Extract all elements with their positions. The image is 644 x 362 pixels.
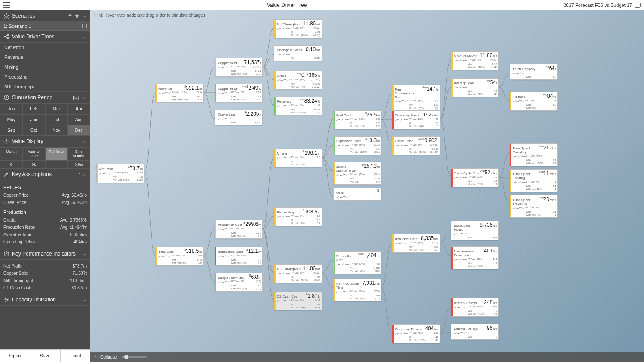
tree-node[interactable]: Internal Delays248hrsFY Var: >50%105Mth4…: [451, 298, 499, 317]
chevron-up-icon: ︿: [83, 34, 87, 40]
tree-node[interactable]: Time Spent LoadingAvg11minsFY Var: 7%1Mt…: [510, 169, 558, 192]
tree-node[interactable]: Net Profit$73.7mFY Var: (9%)(7.5)Mth7.8M…: [96, 164, 144, 183]
month-cell[interactable]: Dec: [68, 125, 91, 136]
star-fill-icon[interactable]: [74, 13, 79, 18]
tree-node[interactable]: External Delays96hrs Mth0: [451, 324, 499, 340]
month-cell[interactable]: Jun: [23, 114, 46, 125]
vdt-item[interactable]: Revenue: [0, 52, 90, 62]
bottombar: Collapse: [90, 352, 644, 362]
display-option[interactable]: Sim. Months: [68, 147, 91, 160]
tree-node[interactable]: Production RateAvgt1,494hrFY Var: (1%)(6…: [333, 251, 381, 274]
tree-node[interactable]: Operating Delays404hrsFY Var: 45%126Mth4…: [392, 324, 440, 343]
display-option[interactable]: Full Year: [45, 147, 68, 160]
tree-node[interactable]: Fill factorAvg84%FY Var: 82Mth82Mth Var:…: [510, 92, 558, 111]
collapse-button[interactable]: Collapse: [94, 355, 117, 359]
kv-row: Available Time:8,335hrs: [3, 231, 87, 238]
month-cell[interactable]: Oct: [23, 125, 46, 136]
display-value: 0: [0, 160, 23, 169]
tree-node[interactable]: Average loadAvg54t Mth53Mth Var: (2%)(1): [451, 78, 499, 97]
tree-node[interactable]: Mobile Maintenance$157.3mFY Var: (3%)(5.…: [333, 162, 381, 185]
tree-node[interactable]: Fuel Cost$25.5mFY Var: 13%3.8Mth2.2Mth V…: [333, 110, 381, 129]
tree-node[interactable]: Mill Throughput11.86m tFY Var: (3%)(0.32…: [274, 19, 322, 38]
month-cell[interactable]: Apr: [68, 103, 91, 114]
tree-node[interactable]: Diesel PriceAvg$0.902lFY Var: (5%)(0.048…: [392, 136, 440, 155]
assumptions-header[interactable]: Key Assumptions ︿: [0, 169, 90, 180]
canvas[interactable]: Hint: Hover over node and drag slider to…: [90, 10, 644, 362]
month-cell[interactable]: May: [0, 114, 23, 125]
tree-node[interactable]: Maintenance Downtime401hrsFY Var: 38%111…: [451, 246, 499, 269]
svg-marker-0: [4, 13, 9, 18]
svg-point-16: [7, 299, 8, 300]
kv-row: Production Rate:Avg. t1,494/hr: [3, 224, 87, 231]
share-icon: [3, 33, 9, 40]
month-cell[interactable]: Aug: [68, 114, 91, 125]
vdt-item[interactable]: Mill Throughput: [0, 82, 90, 92]
tree-node[interactable]: Realisation Cost$12.1mFY Var: 12%1.3Mth1…: [215, 247, 263, 266]
kv-row: Diesel Price:Avg. $0.902/l: [3, 199, 87, 206]
svg-point-3: [4, 36, 5, 37]
vdt-item[interactable]: Net Profit: [0, 43, 90, 52]
tree-node[interactable]: Material Moved11.86m tFY Var: (3%)(0.32)…: [451, 51, 499, 70]
comment-icon[interactable]: [635, 3, 641, 8]
month-cell[interactable]: Sep: [0, 125, 23, 136]
display-option[interactable]: Month: [0, 147, 23, 160]
scenario-item[interactable]: 1: Scenario 1: [0, 22, 90, 31]
save-button[interactable]: Save: [30, 349, 60, 362]
month-cell[interactable]: Nov: [45, 125, 68, 136]
vdt-item[interactable]: Mining: [0, 62, 90, 72]
zoom-slider[interactable]: [122, 356, 147, 358]
svg-point-5: [7, 37, 8, 38]
tree-node[interactable]: Fuel Consumption RateAvg147ltrFY Var: (3…: [392, 85, 440, 111]
month-cell[interactable]: Jul: [45, 114, 68, 125]
tree-node[interactable]: RecoveryAvg83.24%FY Var: 1%1.12Mth80.75M…: [274, 97, 322, 116]
scenarios-header[interactable]: Scenarios ︿: [0, 10, 90, 22]
month-cell[interactable]: Mar: [45, 103, 68, 114]
svg-line-11: [6, 253, 8, 254]
svg-line-7: [6, 37, 8, 38]
tree-node[interactable]: Net Production Time7,931hrsFY Var: (3%)(…: [333, 279, 381, 301]
vdt-item[interactable]: Processing: [0, 72, 90, 82]
menu-icon[interactable]: [3, 2, 10, 8]
tree-node[interactable]: Available Time8,335hrsFY Var: (7%)(111)M…: [392, 234, 440, 253]
tree-node[interactable]: Change in Stock0.10m t Mth(0.02): [274, 45, 322, 61]
tree-node[interactable]: Mining$196.1mFY Var: 1%1.8Mth18.8Mth Var…: [274, 149, 322, 167]
edit-icon[interactable]: [76, 172, 81, 177]
tree-node[interactable]: Revenue$392.1mFY Var: (1%)(3.5)Mth35.1Mt…: [155, 84, 204, 103]
open-button[interactable]: Open: [0, 349, 30, 362]
page-title: Value Driver Tree: [10, 2, 563, 8]
tree-node[interactable]: Mill Throughput11.86m tFY Var: (3%)(0.32…: [274, 264, 322, 283]
display-option[interactable]: Year to Date: [23, 147, 46, 160]
tree-node[interactable]: Copper PriceAvg$2.49lbFY Var: 5%0.12Mth2…: [215, 84, 263, 103]
tree-node[interactable]: Support Services$6.8mFY Var: 9%(0.4)Mth0…: [215, 273, 263, 292]
excel-button[interactable]: Excel: [60, 349, 90, 362]
capacity-header[interactable]: Capacity Utilisation ︿: [0, 294, 90, 306]
kv-row: Mill Throughput:11.86m t: [3, 277, 87, 284]
tree-node[interactable]: Truck CapacityAvg64t Mth64: [510, 64, 558, 80]
star-icon: [3, 13, 9, 19]
tree-node[interactable]: Explosives Cost$13.3mFY Var: (8%)(1.1)Mt…: [333, 136, 381, 155]
tree-node[interactable]: C1 Cash Cost$1.87lbFY Var: 7%0.13Mth1.87…: [274, 292, 322, 310]
trash-icon[interactable]: [82, 24, 87, 28]
vdt-header[interactable]: Value Driver Trees ︿: [0, 31, 90, 43]
tree-node[interactable]: GradeAvg0.7365%FY Var: (3%)(0.0182)Mth0.…: [274, 71, 322, 90]
svg-point-4: [7, 34, 8, 35]
tree-node[interactable]: Time Spent QueuingAvg21minsFY Var: >50%M…: [510, 143, 558, 166]
tree-node[interactable]: Truck Cycle TimeAvg52minsFY Var: 31%12Mt…: [451, 168, 499, 187]
display-header[interactable]: Value Display ︿: [0, 136, 90, 147]
tree-node[interactable]: Total Cost$318.5mFY Var: 1%4.0Mth27.3Mth…: [155, 247, 204, 266]
tree-node[interactable]: Other$: [333, 188, 381, 201]
tree-node[interactable]: Operating hours192k hrsFY Var: 26%40Mth1…: [392, 110, 440, 129]
tree-node[interactable]: Scheduled Hours8,736hrs Mth744: [451, 221, 499, 240]
chevron-up-icon: ︿: [83, 297, 87, 303]
tree-node[interactable]: Production Cost$299.6mFY Var: 1%2.1Mth26…: [215, 220, 263, 239]
kv-row: C1 Cash Cost:$1.87/lb: [3, 284, 87, 292]
period-header[interactable]: Simulation Period [to] ︿: [0, 92, 90, 103]
tree-node[interactable]: Copper Sold71,537tFY Var: (6%)(4,392)Mth…: [215, 58, 263, 77]
layers-icon[interactable]: [67, 13, 73, 18]
month-cell[interactable]: Jan: [0, 103, 23, 114]
month-cell[interactable]: Feb: [23, 103, 46, 114]
tree-node[interactable]: Conversion$2,205k Mth5,305: [215, 110, 263, 125]
tree-node[interactable]: Processing$103.5mFY Var: 1%1.5Mth9.8Mth …: [274, 207, 322, 226]
tree-node[interactable]: Time Spent TravellingAvg20minsFY Var: 1%…: [510, 195, 558, 218]
kpi-header[interactable]: Key Performance Indicators ︿: [0, 248, 90, 260]
